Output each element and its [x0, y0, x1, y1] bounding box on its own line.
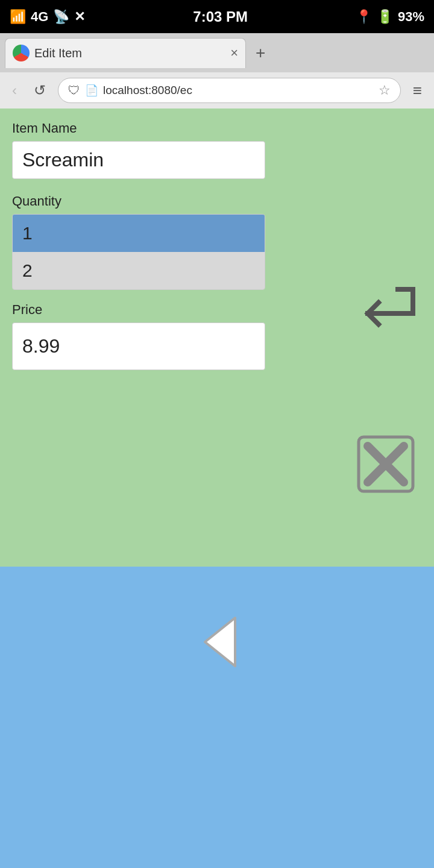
- new-tab-button[interactable]: +: [251, 39, 270, 68]
- location-icon: 📍: [356, 9, 372, 25]
- quantity-list: 1 2: [12, 214, 265, 290]
- url-text: localhost:8080/ec: [103, 84, 374, 97]
- tab-close-button[interactable]: ×: [230, 45, 238, 61]
- back-button[interactable]: ‹: [7, 80, 22, 101]
- signal-icon: 📶: [10, 9, 26, 25]
- svg-marker-3: [205, 618, 235, 666]
- tab-favicon: [13, 45, 30, 61]
- tab-title: Edit Item: [34, 46, 225, 60]
- battery-level: 93%: [398, 9, 424, 25]
- doc-icon: 📄: [85, 84, 98, 97]
- page-content: Item Name Quantity 1 2 Price: [0, 108, 434, 567]
- shield-icon: 🛡: [68, 84, 80, 98]
- price-input[interactable]: [12, 322, 265, 370]
- status-bar: 📶 4G 📡 ✕ 7:03 PM 📍 🔋 93%: [0, 0, 434, 33]
- enter-icon: [356, 283, 416, 332]
- bookmark-star-icon[interactable]: ☆: [379, 83, 391, 98]
- item-name-label: Item Name: [12, 121, 422, 136]
- status-right: 📍 🔋 93%: [356, 9, 424, 25]
- browser-chrome: Edit Item × + ‹ ↺ 🛡 📄 localhost:8080/ec …: [0, 33, 434, 108]
- active-tab[interactable]: Edit Item ×: [5, 38, 246, 68]
- reload-button[interactable]: ↺: [29, 80, 51, 101]
- wifi-icon: 📡: [53, 9, 69, 25]
- close-icon[interactable]: [356, 434, 416, 494]
- quantity-option-1[interactable]: 1: [13, 215, 265, 252]
- quantity-label: Quantity: [12, 193, 422, 209]
- tab-bar: Edit Item × +: [0, 33, 434, 72]
- quantity-section: 1 2: [12, 214, 422, 290]
- item-name-input[interactable]: [12, 141, 265, 179]
- time-display: 7:03 PM: [193, 8, 248, 25]
- quantity-option-2[interactable]: 2: [13, 252, 265, 289]
- battery-icon: 🔋: [377, 9, 393, 25]
- browser-menu-button[interactable]: ≡: [408, 79, 427, 102]
- bluetooth-icon: ✕: [74, 9, 85, 25]
- back-arrow-icon[interactable]: [190, 615, 244, 669]
- network-label: 4G: [31, 9, 48, 25]
- blue-area: [0, 567, 434, 868]
- status-left: 📶 4G 📡 ✕: [10, 9, 85, 25]
- url-bar[interactable]: 🛡 📄 localhost:8080/ec ☆: [58, 78, 401, 103]
- address-bar: ‹ ↺ 🛡 📄 localhost:8080/ec ☆ ≡: [0, 72, 434, 108]
